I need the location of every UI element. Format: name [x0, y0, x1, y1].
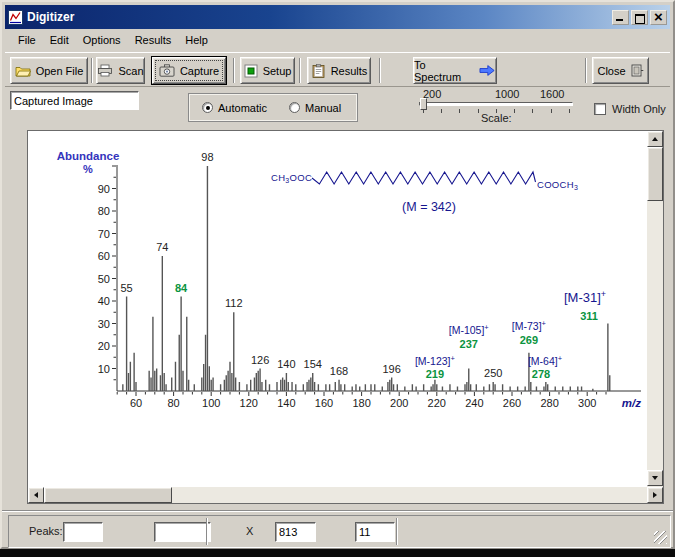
svg-text:200: 200	[390, 397, 408, 409]
svg-text:60: 60	[98, 250, 110, 262]
svg-text:30: 30	[98, 318, 110, 330]
manual-radio-label[interactable]: Manual	[305, 102, 341, 114]
svg-text:100: 100	[202, 397, 220, 409]
svg-text:140: 140	[277, 358, 295, 370]
horizontal-scrollbar[interactable]	[28, 487, 663, 503]
svg-text:[M-64]+: [M-64]+	[528, 354, 563, 367]
open-folder-icon	[15, 65, 31, 77]
slider-tick	[478, 109, 479, 113]
left-arrow-icon	[34, 492, 38, 498]
close-icon[interactable]	[650, 10, 667, 25]
to-spectrum-button[interactable]: To Spectrum	[413, 57, 497, 84]
close-window-button[interactable]: Close	[592, 57, 649, 84]
svg-text:260: 260	[503, 397, 521, 409]
peaks-label: Peaks:	[29, 525, 63, 537]
resize-grip[interactable]	[654, 531, 667, 544]
scale-slider-track[interactable]	[419, 102, 573, 106]
title-bar[interactable]: Digitizer	[5, 5, 670, 29]
up-arrow-icon	[652, 137, 658, 141]
scroll-up-button[interactable]	[647, 131, 663, 147]
slider-tick	[532, 109, 533, 113]
svg-text:220: 220	[428, 397, 446, 409]
automatic-radio[interactable]	[202, 102, 213, 113]
setup-button[interactable]: Setup	[240, 57, 295, 84]
scroll-right-button[interactable]	[647, 487, 663, 503]
open-file-button[interactable]: Open File	[10, 57, 88, 84]
status-separator	[206, 518, 208, 545]
svg-text:10: 10	[98, 363, 110, 375]
digitizer-window: Digitizer FileEditOptionsResultsHelp Ope…	[0, 0, 675, 549]
vertical-scroll-thumb[interactable]	[647, 147, 663, 201]
molecule-right-group: COOCH3	[537, 179, 578, 191]
slider-tick	[423, 109, 424, 113]
menu-edit[interactable]: Edit	[43, 30, 76, 49]
vertical-scrollbar[interactable]	[647, 131, 663, 488]
svg-text:112: 112	[225, 297, 243, 309]
svg-text:140: 140	[277, 397, 295, 409]
x-coordinate-field[interactable]	[275, 522, 316, 542]
svg-text:70: 70	[98, 228, 110, 240]
svg-text:126: 126	[251, 354, 269, 366]
maximize-icon[interactable]	[631, 10, 648, 25]
svg-text:[M-123]+: [M-123]+	[415, 354, 456, 367]
svg-text:m/z: m/z	[622, 397, 641, 409]
image-name-field[interactable]	[10, 91, 139, 110]
captured-image-panel[interactable]: 6080100120140160180200220240260280300m/z…	[27, 130, 664, 504]
slider-tick	[441, 109, 442, 113]
menu-file[interactable]: File	[11, 30, 43, 49]
svg-text:20: 20	[98, 340, 110, 352]
svg-text:311: 311	[580, 310, 598, 322]
toolbar-separator	[585, 58, 587, 83]
scroll-down-button[interactable]	[647, 470, 663, 486]
capture-mode-group: Automatic Manual	[188, 93, 358, 122]
svg-text:280: 280	[540, 397, 558, 409]
width-only-checkbox[interactable]	[594, 103, 606, 115]
menu-results[interactable]: Results	[128, 30, 179, 49]
svg-text:90: 90	[98, 183, 110, 195]
svg-text:80: 80	[98, 205, 110, 217]
scale-max-label: 1600	[540, 88, 564, 100]
minimize-icon[interactable]	[612, 10, 629, 25]
toolbar: Open File Scan Capture	[5, 52, 670, 87]
svg-text:154: 154	[304, 358, 322, 370]
scroll-left-button[interactable]	[28, 487, 44, 503]
menu-options[interactable]: Options	[76, 30, 128, 49]
svg-text:[M-31]+: [M-31]+	[564, 289, 606, 305]
svg-text:219: 219	[426, 368, 444, 380]
toolbar-separator	[379, 58, 381, 83]
svg-text:237: 237	[460, 338, 478, 350]
scan-button[interactable]: Scan	[96, 57, 145, 84]
menu-help[interactable]: Help	[178, 30, 215, 49]
svg-text:80: 80	[167, 397, 179, 409]
automatic-radio-label[interactable]: Automatic	[218, 102, 267, 114]
toolbar-separator	[233, 58, 235, 83]
capture-button[interactable]: Capture	[152, 57, 226, 84]
app-icon	[8, 10, 23, 25]
svg-text:250: 250	[484, 367, 502, 379]
manual-radio[interactable]	[289, 102, 300, 113]
status-field-2[interactable]	[154, 522, 211, 542]
svg-text:74: 74	[156, 241, 168, 253]
svg-text:269: 269	[520, 334, 538, 346]
peaks-field[interactable]	[63, 522, 103, 542]
spectrum-plot[interactable]: 6080100120140160180200220240260280300m/z…	[29, 132, 648, 489]
svg-text:40: 40	[98, 295, 110, 307]
slider-tick	[459, 109, 460, 113]
svg-text:300: 300	[578, 397, 596, 409]
y-coordinate-field[interactable]	[355, 522, 395, 542]
results-button[interactable]: Results	[307, 57, 371, 84]
svg-text:160: 160	[315, 397, 333, 409]
width-only-label[interactable]: Width Only	[612, 103, 666, 115]
toolbar-separator	[91, 58, 93, 83]
svg-text:196: 196	[383, 363, 401, 375]
svg-text:84: 84	[175, 282, 188, 294]
status-separator	[396, 518, 398, 545]
slider-tick	[551, 109, 552, 113]
svg-text:[M-73]+: [M-73]+	[512, 319, 547, 332]
svg-text:55: 55	[120, 282, 132, 294]
svg-text:168: 168	[330, 365, 348, 377]
horizontal-scroll-thumb[interactable]	[44, 487, 172, 503]
status-bar: Peaks: X	[8, 515, 671, 548]
slider-tick	[514, 109, 515, 113]
to-spectrum-arrow-icon	[479, 64, 496, 77]
